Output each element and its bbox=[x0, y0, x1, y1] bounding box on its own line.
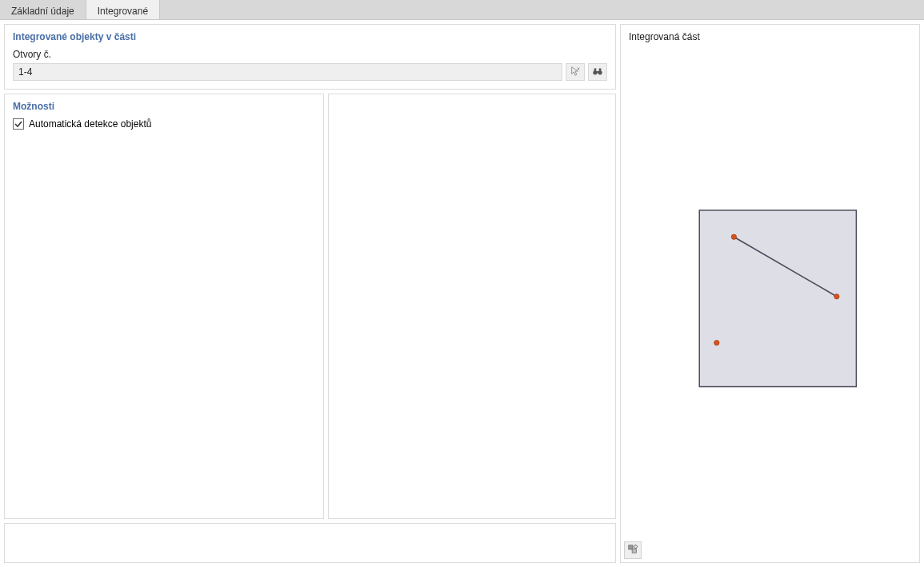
opening-point bbox=[714, 340, 719, 345]
pick-icon bbox=[570, 66, 581, 79]
opening-point bbox=[731, 234, 736, 239]
tab-basic-data[interactable]: Základní údaje bbox=[0, 0, 86, 19]
preview-panel: Integrovaná část bbox=[620, 24, 920, 563]
settings-icon bbox=[627, 544, 638, 557]
tab-bar: Základní údaje Integrované bbox=[0, 0, 924, 20]
options-panel: Možnosti Automatická detekce objektů bbox=[4, 94, 324, 519]
integrated-objects-header: Integrované objekty v části bbox=[13, 31, 607, 42]
auto-detect-checkbox[interactable] bbox=[13, 118, 24, 130]
tab-integrated[interactable]: Integrované bbox=[86, 0, 160, 19]
tab-basic-data-label: Základní údaje bbox=[11, 6, 74, 17]
check-icon bbox=[14, 120, 22, 128]
pick-button[interactable] bbox=[566, 63, 585, 81]
options-header: Možnosti bbox=[13, 101, 315, 112]
svg-rect-10 bbox=[632, 549, 636, 553]
svg-rect-6 bbox=[599, 68, 602, 71]
main-layout: Integrované objekty v části Otvory č. bbox=[0, 20, 924, 567]
svg-rect-7 bbox=[699, 210, 856, 387]
auto-detect-row: Automatická detekce objektů bbox=[13, 118, 315, 130]
preview-heading: Integrovaná část bbox=[629, 31, 911, 42]
auto-detect-label: Automatická detekce objektů bbox=[29, 118, 151, 130]
svg-rect-4 bbox=[596, 71, 599, 73]
tab-integrated-label: Integrované bbox=[98, 6, 148, 17]
bottom-panel bbox=[4, 523, 616, 563]
find-button[interactable] bbox=[588, 63, 607, 81]
preview-canvas[interactable] bbox=[629, 46, 911, 558]
preview-settings-button[interactable] bbox=[624, 541, 642, 559]
empty-panel bbox=[328, 94, 616, 519]
openings-input[interactable] bbox=[13, 63, 562, 81]
openings-input-row bbox=[13, 63, 607, 81]
right-column: Integrovaná část bbox=[620, 24, 920, 563]
preview-svg bbox=[629, 46, 911, 558]
integrated-objects-panel: Integrované objekty v části Otvory č. bbox=[4, 24, 616, 90]
left-column: Integrované objekty v části Otvory č. bbox=[4, 24, 616, 563]
svg-point-11 bbox=[634, 545, 638, 548]
two-panels-row: Možnosti Automatická detekce objektů bbox=[4, 94, 616, 519]
opening-point bbox=[834, 294, 839, 299]
binoculars-icon bbox=[592, 66, 603, 79]
svg-rect-5 bbox=[594, 68, 597, 71]
openings-field-label: Otvory č. bbox=[13, 49, 607, 60]
